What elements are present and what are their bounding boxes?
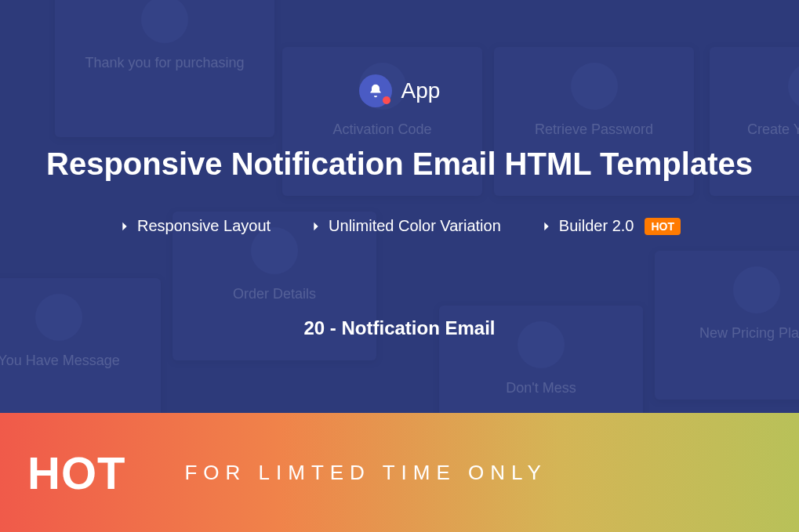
feature-responsive: Responsive Layout — [118, 217, 271, 235]
main-title: Responsive Notification Email HTML Templ… — [46, 147, 753, 182]
feature-builder: Builder 2.0 HOT — [540, 217, 681, 235]
feature-color: Unlimited Color Variation — [310, 217, 501, 235]
hero-content: App Responsive Notification Email HTML T… — [0, 0, 799, 339]
features-row: Responsive Layout Unlimited Color Variat… — [118, 217, 681, 235]
hot-label: HOT — [27, 447, 125, 499]
arrow-right-icon — [118, 220, 131, 233]
logo: App — [359, 74, 441, 107]
subtitle: 20 - Notfication Email — [303, 317, 495, 339]
hot-badge: HOT — [645, 218, 681, 235]
arrow-right-icon — [540, 220, 553, 233]
app-name: App — [401, 78, 441, 103]
arrow-right-icon — [310, 220, 322, 233]
notification-dot-icon — [383, 96, 390, 104]
bell-icon — [359, 74, 392, 107]
bg-card-title: You Have Message — [0, 349, 161, 373]
limited-time-text: FOR LIMTED TIME ONLY — [184, 461, 547, 485]
feature-label: Responsive Layout — [137, 217, 271, 235]
feature-label: Unlimited Color Variation — [329, 217, 501, 235]
footer-banner: HOT FOR LIMTED TIME ONLY — [0, 413, 799, 532]
hero-section: Thank you for purchasing Activation Code… — [0, 0, 799, 413]
feature-label: Builder 2.0 — [559, 217, 634, 235]
bg-card-title: Don't Mess — [439, 376, 643, 400]
